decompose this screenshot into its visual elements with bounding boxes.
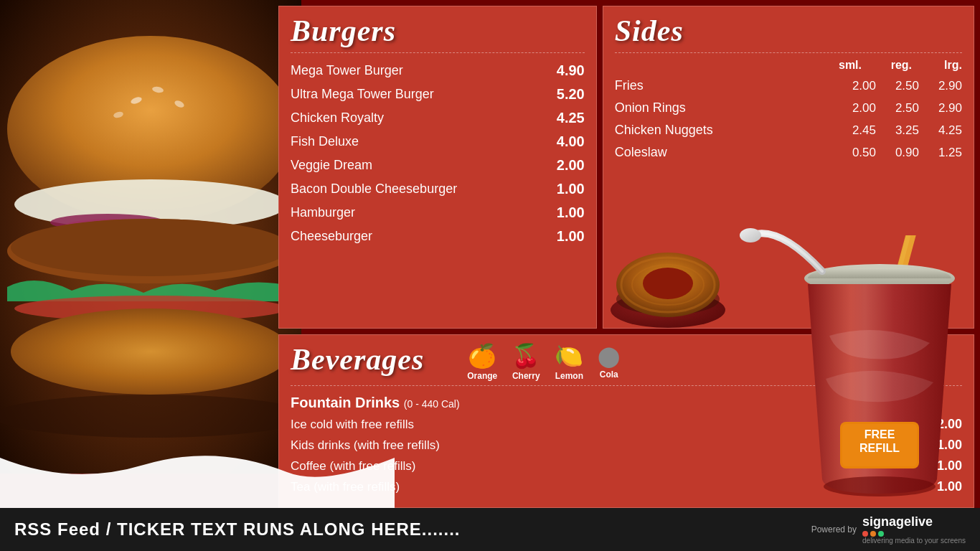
sides-item-3: Coleslaw 0.50 0.90 1.25: [615, 141, 962, 164]
sides-item-2-name: Chicken Nuggets: [615, 123, 833, 138]
sides-item-3-reg: 0.90: [876, 146, 919, 160]
burgers-panel: Burgers Mega Tower Burger 4.90 Ultra Meg…: [278, 6, 597, 329]
sides-item-1-lrg: 2.90: [919, 101, 962, 116]
sides-item-2-lrg: 4.25: [919, 123, 962, 138]
burger-item-0: Mega Tower Burger 4.90: [291, 59, 585, 83]
sides-item-0-reg: 2.50: [876, 79, 919, 93]
tagline: delivering media to your screens: [862, 537, 966, 545]
cola-label: Cola: [600, 369, 618, 380]
burger-item-2-name: Chicken Royalty: [291, 110, 549, 126]
sides-item-1-reg: 2.50: [876, 101, 919, 116]
burger-item-7-price: 1.00: [549, 228, 585, 245]
brand-logo: signagelive delivering media to your scr…: [862, 514, 966, 545]
sides-title: Sides: [615, 14, 962, 48]
orange-icon: 🍊: [468, 342, 496, 369]
burger-item-6-price: 1.00: [549, 204, 585, 221]
sides-item-3-lrg: 1.25: [919, 146, 962, 160]
powered-by: Powered by signagelive delivering media …: [811, 514, 966, 545]
beverages-title: Beverages: [291, 342, 424, 377]
burger-item-5-name: Bacon Double Cheeseburger: [291, 182, 549, 197]
burger-item-7-name: Cheeseburger: [291, 229, 549, 244]
ticker-text: RSS Feed / TICKER TEXT RUNS ALONG HERE..…: [14, 519, 461, 540]
drink-cherry: 🍒 Cherry: [512, 342, 540, 381]
svg-text:REFILL: REFILL: [859, 442, 900, 454]
dot-red: [862, 531, 868, 537]
straw-decoration: [736, 228, 837, 300]
burger-item-1: Ultra Mega Tower Burger 5.20: [291, 83, 585, 106]
sides-item-1-name: Onion Rings: [615, 100, 833, 116]
lemon-icon: 🍋: [555, 342, 583, 369]
burger-item-5: Bacon Double Cheeseburger 1.00: [291, 177, 585, 201]
sides-item-2-reg: 3.25: [876, 123, 919, 138]
lemon-label: Lemon: [555, 371, 583, 381]
drink-lemon: 🍋 Lemon: [555, 342, 583, 381]
sides-item-0-sml: 2.00: [833, 79, 876, 93]
burger-item-7: Cheeseburger 1.00: [291, 225, 585, 248]
burger-item-3-name: Fish Deluxe: [291, 134, 549, 149]
burger-item-4: Veggie Dream 2.00: [291, 154, 585, 177]
burger-item-6: Hamburger 1.00: [291, 201, 585, 225]
burger-item-2: Chicken Royalty 4.25: [291, 106, 585, 130]
svg-point-27: [824, 476, 936, 496]
burger-item-2-price: 4.25: [549, 110, 585, 126]
sides-item-3-sml: 0.50: [833, 146, 876, 160]
ticker-bar: RSS Feed / TICKER TEXT RUNS ALONG HERE..…: [0, 508, 980, 551]
powered-by-text: Powered by: [811, 524, 857, 534]
sides-list: Fries 2.00 2.50 2.90 Onion Rings 2.00 2.…: [615, 75, 962, 164]
sides-header-empty: [615, 59, 811, 72]
sides-divider: [615, 52, 962, 53]
orange-label: Orange: [467, 371, 497, 381]
burger-item-6-name: Hamburger: [291, 205, 549, 220]
fountain-label: Fountain Drinks (0 - 440 Cal): [291, 395, 460, 411]
dot-orange: [870, 531, 876, 537]
sides-item-0-lrg: 2.90: [919, 79, 962, 93]
svg-point-10: [11, 219, 291, 276]
sides-item-0-name: Fries: [615, 78, 833, 93]
burgers-list: Mega Tower Burger 4.90 Ultra Mega Tower …: [291, 59, 585, 248]
sides-item-2: Chicken Nuggets 2.45 3.25 4.25: [615, 119, 962, 141]
brand-name: signagelive: [862, 514, 933, 529]
svg-point-12: [11, 309, 291, 395]
burger-item-4-price: 2.00: [549, 157, 585, 174]
svg-point-13: [0, 395, 301, 438]
drink-icons: 🍊 Orange 🍒 Cherry 🍋 Lemon ⬤ Cola: [467, 342, 620, 381]
burgers-divider: [291, 52, 585, 53]
sides-headers: sml. reg. lrg.: [615, 59, 962, 72]
burger-item-3: Fish Deluxe 4.00: [291, 130, 585, 154]
sides-item-1: Onion Rings 2.00 2.50 2.90: [615, 97, 962, 119]
cherry-label: Cherry: [512, 371, 540, 381]
sides-header-reg: reg.: [862, 59, 912, 72]
drink-orange: 🍊 Orange: [467, 342, 497, 381]
cola-icon: ⬤: [598, 344, 620, 368]
burger-item-0-price: 4.90: [549, 62, 585, 79]
sides-item-0: Fries 2.00 2.50 2.90: [615, 75, 962, 97]
sides-header-lrg: lrg.: [912, 59, 962, 72]
cherry-icon: 🍒: [512, 342, 540, 369]
dot-green: [878, 531, 884, 537]
fountain-cal: (0 - 440 Cal): [404, 398, 460, 410]
burger-item-1-price: 5.20: [549, 86, 585, 103]
sides-header-sml: sml.: [811, 59, 862, 72]
svg-point-28: [740, 228, 761, 242]
burger-item-0-name: Mega Tower Burger: [291, 63, 549, 78]
burger-svg: [0, 0, 301, 474]
svg-point-17: [643, 268, 693, 299]
sides-item-1-sml: 2.00: [833, 101, 876, 116]
food-photo: [0, 0, 301, 474]
burger-item-4-name: Veggie Dream: [291, 158, 549, 173]
svg-text:FREE: FREE: [864, 428, 895, 441]
wave-decoration: [0, 436, 395, 508]
sides-item-3-name: Coleslaw: [615, 145, 833, 160]
drink-cola: ⬤ Cola: [598, 344, 620, 380]
burgers-title: Burgers: [291, 14, 585, 48]
burger-item-3-price: 4.00: [549, 133, 585, 150]
sides-item-2-sml: 2.45: [833, 123, 876, 138]
onion-ring-illustration: [603, 227, 732, 328]
brand-dots: [862, 531, 966, 537]
burger-item-5-price: 1.00: [549, 181, 585, 197]
burger-item-1-name: Ultra Mega Tower Burger: [291, 87, 549, 102]
